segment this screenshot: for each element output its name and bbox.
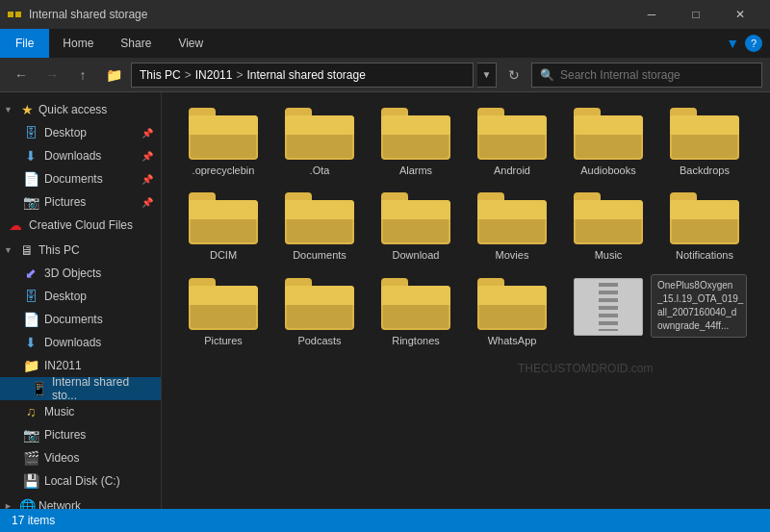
videos-icon: 🎬 bbox=[23, 450, 38, 466]
menu-file[interactable]: File bbox=[0, 29, 49, 58]
folder-item-dcim[interactable]: DCIM bbox=[177, 187, 270, 267]
folder-name: .oprecyclebin bbox=[192, 164, 255, 177]
folder-item-backdrops[interactable]: Backdrops bbox=[658, 102, 751, 183]
folder-item-movies[interactable]: Movies bbox=[466, 187, 558, 267]
location-icon[interactable]: 📁 bbox=[100, 62, 127, 89]
path-dropdown[interactable]: ▼ bbox=[477, 63, 497, 88]
forward-button[interactable]: → bbox=[38, 62, 65, 89]
folder-body bbox=[381, 115, 450, 160]
downloads-icon: ⬇ bbox=[23, 148, 38, 164]
back-button[interactable]: ← bbox=[8, 62, 35, 89]
folder-name: Pictures bbox=[204, 334, 243, 347]
folder-item-documents[interactable]: Documents bbox=[273, 187, 366, 267]
localdisk-icon: 💾 bbox=[23, 473, 38, 489]
folder-shape bbox=[189, 278, 258, 330]
address-path[interactable]: This PC > IN2011 > Internal shared stora… bbox=[131, 63, 474, 88]
network-header[interactable]: ► 🌐 Network bbox=[0, 494, 161, 509]
network-icon: 🌐 bbox=[19, 498, 35, 509]
help-icon[interactable]: ? bbox=[745, 35, 762, 52]
sidebar-item-internal-storage[interactable]: 📱 Internal shared sto... bbox=[0, 377, 161, 400]
zip-tooltip: OnePlus8Oxygen_15.I.19_OTA_019_all_20071… bbox=[651, 274, 747, 338]
folder-item-whatsapp[interactable]: WhatsApp bbox=[466, 272, 558, 353]
folder-shape bbox=[285, 108, 354, 160]
folder-item-music[interactable]: Music bbox=[562, 187, 654, 267]
folder-shape bbox=[574, 192, 643, 244]
sidebar-item-music[interactable]: ♫ Music bbox=[0, 400, 161, 423]
folder-body bbox=[285, 200, 354, 244]
menu-share[interactable]: Share bbox=[107, 29, 165, 58]
folder-name: Notifications bbox=[676, 248, 733, 262]
content-area: THECUSTOMDROID.com .oprecyclebin .Ota Al… bbox=[162, 92, 770, 509]
folder-item-pictures[interactable]: Pictures bbox=[177, 272, 270, 353]
folder-body bbox=[189, 115, 258, 160]
folder-name: Alarms bbox=[399, 164, 432, 177]
sidebar-item-3dobjects[interactable]: ⬋ 3D Objects bbox=[0, 262, 161, 285]
folder-body bbox=[477, 286, 547, 330]
folder-shape bbox=[381, 192, 450, 244]
chevron-down-icon: ▼ bbox=[726, 36, 739, 51]
path-in2011[interactable]: IN2011 bbox=[195, 68, 233, 82]
sidebar-item-pictures2[interactable]: 📷 Pictures bbox=[0, 423, 161, 446]
watermark: THECUSTOMDROID.com bbox=[518, 362, 653, 375]
folder-item-oprecyclebin[interactable]: .oprecyclebin bbox=[177, 102, 270, 183]
pin-icon: 📌 bbox=[141, 128, 153, 139]
folder-item-alarms[interactable]: Alarms bbox=[370, 102, 462, 183]
up-button[interactable]: ↑ bbox=[69, 62, 96, 89]
documents2-icon: 📄 bbox=[23, 312, 38, 327]
menu-view[interactable]: View bbox=[165, 29, 217, 58]
folder-item-ringtones[interactable]: Ringtones bbox=[370, 272, 462, 353]
folder-name: Download bbox=[393, 248, 440, 262]
computer-icon: 🖥 bbox=[19, 242, 35, 258]
sidebar-item-desktop[interactable]: 🗄 Desktop 📌 bbox=[0, 121, 161, 144]
quick-access-header[interactable]: ▼ ★ Quick access bbox=[0, 98, 161, 121]
folder-body bbox=[670, 200, 739, 244]
search-box[interactable]: 🔍 bbox=[531, 63, 762, 88]
creative-cloud-icon: ☁ bbox=[8, 217, 23, 233]
sidebar-item-desktop2[interactable]: 🗄 Desktop bbox=[0, 285, 161, 308]
folder-body bbox=[381, 200, 450, 244]
refresh-button[interactable]: ↻ bbox=[500, 62, 527, 89]
close-button[interactable]: ✕ bbox=[718, 0, 762, 29]
path-thispc[interactable]: This PC bbox=[140, 68, 181, 82]
expand-arrow-quickaccess: ▼ bbox=[4, 105, 15, 114]
sidebar: ▼ ★ Quick access 🗄 Desktop 📌 ⬇ Downloads… bbox=[0, 92, 162, 509]
pin-icon: 📌 bbox=[141, 151, 153, 162]
window-controls: ─ □ ✕ bbox=[629, 0, 762, 29]
sidebar-item-creative-cloud[interactable]: ☁ Creative Cloud Files bbox=[0, 214, 161, 237]
pin-icon: 📌 bbox=[141, 174, 153, 185]
minimize-button[interactable]: ─ bbox=[629, 0, 674, 29]
folder-body bbox=[670, 115, 739, 160]
sidebar-item-pictures[interactable]: 📷 Pictures 📌 bbox=[0, 190, 161, 214]
folder-grid: .oprecyclebin .Ota Alarms Android bbox=[177, 102, 755, 353]
folder-item-notifications[interactable]: Notifications bbox=[658, 187, 751, 267]
desktop2-icon: 🗄 bbox=[23, 289, 38, 304]
folder-item-download[interactable]: Download bbox=[370, 187, 462, 267]
folder-body bbox=[285, 115, 354, 160]
window-title: Internal shared storage bbox=[29, 8, 147, 21]
path-internal[interactable]: Internal shared storage bbox=[246, 68, 365, 82]
sidebar-item-downloads2[interactable]: ⬇ Downloads bbox=[0, 331, 161, 354]
sidebar-item-documents[interactable]: 📄 Documents 📌 bbox=[0, 167, 161, 190]
sidebar-item-localdisk[interactable]: 💾 Local Disk (C:) bbox=[0, 469, 161, 493]
sidebar-item-downloads[interactable]: ⬇ Downloads 📌 bbox=[0, 144, 161, 167]
sidebar-item-documents2[interactable]: 📄 Documents bbox=[0, 308, 161, 331]
folder-shape bbox=[670, 108, 739, 160]
folder-shape bbox=[285, 278, 354, 330]
folder-item-android[interactable]: Android bbox=[466, 102, 558, 183]
folder-item-audiobooks[interactable]: Audiobooks bbox=[562, 102, 654, 183]
folder-item-zipfile[interactable]: OnePlus8Oxygen_15.I.19_OTA_019_all_20071… bbox=[562, 272, 654, 353]
this-pc-header[interactable]: ▼ 🖥 This PC bbox=[0, 239, 161, 262]
folder-item-podcasts[interactable]: Podcasts bbox=[273, 272, 366, 353]
sidebar-item-videos[interactable]: 🎬 Videos bbox=[0, 446, 161, 469]
sidebar-item-in2011[interactable]: 📁 IN2011 bbox=[0, 354, 161, 377]
maximize-button[interactable]: □ bbox=[674, 0, 718, 29]
status-bar: 17 items bbox=[0, 509, 770, 532]
folder-item-ota[interactable]: .Ota bbox=[273, 102, 366, 183]
menu-bar-right: ▼ ? bbox=[726, 35, 770, 52]
search-input[interactable] bbox=[560, 68, 754, 82]
pictures-icon: 📷 bbox=[23, 194, 38, 210]
music-icon: ♫ bbox=[23, 404, 38, 419]
menu-home[interactable]: Home bbox=[49, 29, 107, 58]
folder-name: .Ota bbox=[310, 164, 330, 177]
expand-arrow-network: ► bbox=[4, 501, 15, 509]
